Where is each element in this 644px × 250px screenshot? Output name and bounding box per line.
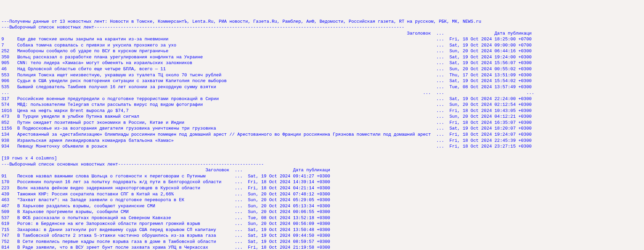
header-line: ---Получены данные от 13 новостных лент:… (1, 19, 481, 24)
table2-row: 170 Россиянин получил 16 лет за попытку … (1, 179, 330, 185)
table2-row: 715 Захарова: в Дании заткнули рот видев… (1, 227, 330, 232)
table1-row: 535 Бывший следователь Тамбиев получил 1… (1, 84, 532, 90)
table2-row: 463 "Захват власти": на Западе заявили о… (1, 197, 330, 203)
table2-header: Заголовок ... Дата публикаци (1, 168, 330, 173)
table1-header: Заголовок ... Дата публикаци (1, 31, 532, 36)
table2-row: 747 В Тамбовской области 2 этажа 5-этажк… (1, 233, 330, 238)
table2-row: 509 В Харькове прогремели взрывы, сообщи… (1, 209, 330, 214)
table1-shape: [19 rows x 4 columns] (1, 156, 57, 161)
table1-row: 317 Российские военные предупредили о по… (1, 96, 532, 101)
table1-row: 134 Арестованный за «дестабилизацию» Оли… (1, 132, 532, 137)
table2-row: 814 В Раде заявили, что в ВСУ зреет бунт… (1, 245, 330, 250)
table1-row: 553 Полиция Томска ищет неизвестную, укр… (1, 73, 532, 78)
table1-row: 934 Певицу Монеточку объявили в розыск .… (1, 144, 532, 149)
table2-row: 537 В ФСБ рассказали о попытках провокац… (1, 215, 330, 220)
table1-row: 9 Еще две томские школы закрыли на каран… (1, 37, 532, 42)
table1-row: 905 CNN: тело лидера «Хамаса» могут обме… (1, 60, 532, 65)
table1-row: 7 Собака томича сорвалась с привязи и ук… (1, 43, 532, 48)
table2-row: 467 В Харькове раздались взрывы, сообщаю… (1, 204, 330, 209)
table1-row: 1016 Цена на нефть марки Brent выросла д… (1, 108, 532, 113)
table2-row: 223 Волк назвала фейком видео задержания… (1, 186, 330, 191)
table1-row: 473 В Турции увидели в улыбке Путина важ… (1, 114, 532, 119)
table1-row: 574 МВД: пользователям Telegram стали ра… (1, 102, 532, 107)
table2-row: 619 Рогов: в Бердянске на юге Запорожско… (1, 221, 330, 226)
section2-title: ---Выборочный список основных новостных … (1, 162, 264, 167)
table1-row: 906 Судьи в США увидели риск повторения … (1, 78, 532, 83)
table2-row: 91 Песков назвал важными слова Шольца о … (1, 174, 330, 179)
table1-row: 852 Путин ожидает позитивный рост эконом… (1, 120, 532, 125)
table1-row: 1156 В Подмосковье из-за возгорания двиг… (1, 126, 532, 131)
table1-row: 350 Шольц рассказал о разработке плана у… (1, 55, 532, 60)
table1-row: ... ... ... .. (1, 90, 534, 95)
section1-title: ---Выборочный список новостных лент-----… (1, 25, 404, 30)
table2-row: 439 Таможня КНР: Россия сократила постав… (1, 192, 330, 197)
table1-row: 46 Над Орловской областью сбито еще четы… (1, 66, 532, 72)
table1-row: 252 Минобороны сообщило об ударе по ВСУ … (1, 49, 532, 54)
table1-row: 938 Израильская армия ликвидировала кома… (1, 138, 532, 143)
table2-row: 752 В Сети появились первые кадры после … (1, 239, 330, 244)
output-root: ---Получены данные от 13 новостных лент:… (0, 12, 644, 250)
